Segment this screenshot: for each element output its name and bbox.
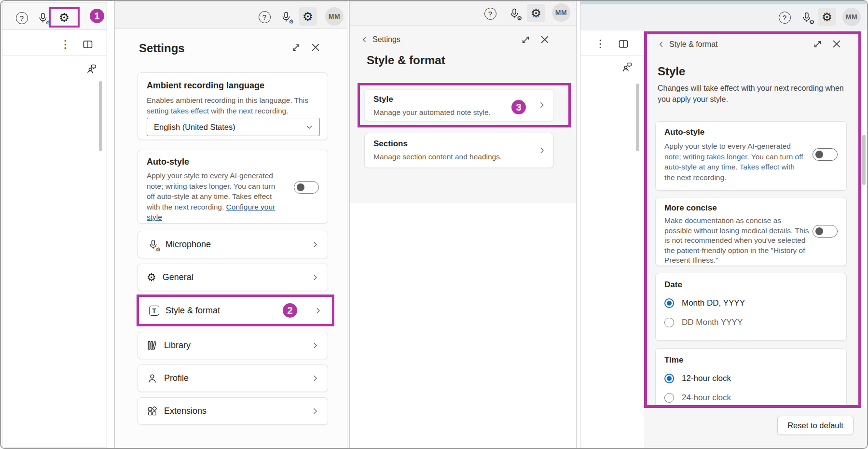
microphone-settings-button[interactable]: ⚙ <box>798 8 816 27</box>
radio-unselected-icon[interactable] <box>664 393 674 403</box>
language-dropdown[interactable]: English (United States) <box>147 118 320 136</box>
fragment-settings: ? ⚙ ⚙ MM Settings Ambient recording lang… <box>114 1 347 449</box>
auto-style-desc: Apply your style to every AI-generated n… <box>664 141 803 182</box>
microphone-gear-icon: ⚙ <box>147 239 159 251</box>
auto-style-card: Auto-style Apply your style to every AI-… <box>138 150 328 224</box>
gear-icon: ⚙ <box>147 272 156 283</box>
settings-row-extensions[interactable]: Extensions <box>138 397 328 425</box>
split-view-button[interactable] <box>614 35 633 53</box>
settings-row-style-format[interactable]: T Style & format <box>140 297 331 324</box>
help-icon: ? <box>779 12 791 24</box>
person-chat-icon <box>86 63 97 74</box>
row-label: General <box>163 272 305 282</box>
help-button[interactable]: ? <box>481 4 499 23</box>
expand-panel-button[interactable] <box>808 35 827 53</box>
microphone-gear-icon: ⚙ <box>508 7 521 20</box>
patient-conversation-button[interactable] <box>618 57 636 76</box>
avatar[interactable]: MM <box>552 3 570 22</box>
row-label: Microphone <box>165 239 305 250</box>
reset-to-default-button[interactable]: Reset to default <box>777 416 854 435</box>
more-options-button[interactable]: ⋮ <box>591 35 609 53</box>
microphone-settings-button[interactable]: ⚙ <box>34 9 52 27</box>
chevron-right-icon <box>538 147 546 154</box>
close-panel-button[interactable] <box>306 38 325 56</box>
settings-gear-button[interactable]: ⚙ <box>818 8 836 26</box>
radio-selected-icon[interactable] <box>664 374 674 383</box>
chevron-right-icon <box>315 307 322 314</box>
microphone-gear-icon: ⚙ <box>37 12 49 24</box>
flyout-scrollbar[interactable] <box>862 135 866 185</box>
more-options-button[interactable]: ⋮ <box>56 35 74 54</box>
split-view-button[interactable] <box>79 35 97 54</box>
time-option-24-hour[interactable]: 24-hour clock <box>664 393 731 403</box>
radio-unselected-icon[interactable] <box>664 318 674 327</box>
more-concise-card: More concise Make documentation as conci… <box>655 197 847 266</box>
chevron-right-icon <box>312 375 319 382</box>
help-button[interactable]: ? <box>13 9 31 27</box>
person-chat-icon <box>621 61 633 72</box>
auto-style-desc: Apply your style to every AI-generated n… <box>147 170 283 223</box>
mini-gear-icon: ⚙ <box>809 19 814 25</box>
split-view-icon <box>618 38 629 50</box>
settings-title: Settings <box>139 42 185 55</box>
chevron-right-icon <box>312 407 319 415</box>
ambient-language-desc: Enables ambient recording in this langua… <box>147 95 320 116</box>
close-panel-button[interactable] <box>827 35 846 53</box>
mini-gear-icon: ⚙ <box>45 20 51 26</box>
mini-gear-icon: ⚙ <box>517 15 522 21</box>
library-icon <box>147 340 158 351</box>
help-icon: ? <box>259 11 271 23</box>
settings-gear-button[interactable]: ⚙ <box>527 4 545 22</box>
settings-gear-button[interactable]: ⚙ <box>55 8 73 27</box>
date-option-dd-month-yyyy[interactable]: DD Month YYYY <box>664 318 743 327</box>
gear-icon: ⚙ <box>59 12 69 24</box>
split-view-icon <box>82 39 94 50</box>
help-button[interactable]: ? <box>775 8 794 27</box>
more-concise-toggle[interactable] <box>813 225 838 238</box>
gear-icon: ⚙ <box>303 11 313 23</box>
settings-row-general[interactable]: ⚙ General <box>138 264 328 291</box>
gear-icon: ⚙ <box>531 7 541 19</box>
avatar[interactable]: MM <box>325 7 344 26</box>
auto-style-toggle[interactable] <box>813 148 838 161</box>
person-icon <box>147 373 158 384</box>
avatar[interactable]: MM <box>842 8 861 26</box>
close-panel-button[interactable] <box>536 30 554 49</box>
style-item-desc: Manage your automated note style. <box>373 107 491 118</box>
back-to-style-format[interactable]: Style & format <box>658 40 717 49</box>
language-dropdown-value: English (United States) <box>154 123 235 132</box>
expand-panel-button[interactable] <box>516 30 535 49</box>
chevron-right-icon <box>312 342 319 349</box>
date-title: Date <box>664 280 682 290</box>
fragment-style-detail: ? ⚙ ⚙ MM ⋮ Style & format <box>580 1 868 449</box>
settings-row-library[interactable]: Library <box>138 332 328 359</box>
microphone-gear-icon: ⚙ <box>280 11 292 23</box>
style-title: Style <box>658 65 685 78</box>
expand-panel-button[interactable] <box>287 38 305 56</box>
auto-style-toggle[interactable] <box>294 181 319 194</box>
microphone-settings-button[interactable]: ⚙ <box>277 8 295 26</box>
ambient-language-title: Ambient recording language <box>147 81 264 91</box>
nav-scrollbar[interactable] <box>636 84 639 151</box>
radio-selected-icon[interactable] <box>664 298 674 308</box>
time-option-12-hour[interactable]: 12-hour clock <box>664 374 731 383</box>
text-style-icon: T <box>149 306 159 316</box>
screenshot-collage: ? ⚙ ⚙ 1 ⋮ ? <box>0 0 868 449</box>
auto-style-title: Auto-style <box>147 157 189 167</box>
kebab-menu-icon: ⋮ <box>60 39 70 50</box>
settings-row-microphone[interactable]: ⚙ Microphone <box>138 231 328 258</box>
microphone-gear-icon: ⚙ <box>800 11 813 24</box>
settings-gear-button[interactable]: ⚙ <box>299 7 317 26</box>
help-button[interactable]: ? <box>255 8 274 26</box>
left-scrollbar[interactable] <box>99 81 102 151</box>
back-to-settings[interactable]: Settings <box>361 35 400 44</box>
date-option-month-dd-yyyy[interactable]: Month DD, YYYY <box>664 298 745 308</box>
settings-row-profile[interactable]: Profile <box>138 365 328 392</box>
close-icon <box>831 39 842 49</box>
style-item-title: Style <box>373 95 393 104</box>
sections-item-card[interactable]: Sections Manage section content and head… <box>364 133 554 168</box>
expand-icon <box>812 39 823 50</box>
microphone-settings-button[interactable]: ⚙ <box>505 4 524 23</box>
patient-conversation-button[interactable] <box>83 59 101 78</box>
extensions-icon <box>147 406 158 417</box>
